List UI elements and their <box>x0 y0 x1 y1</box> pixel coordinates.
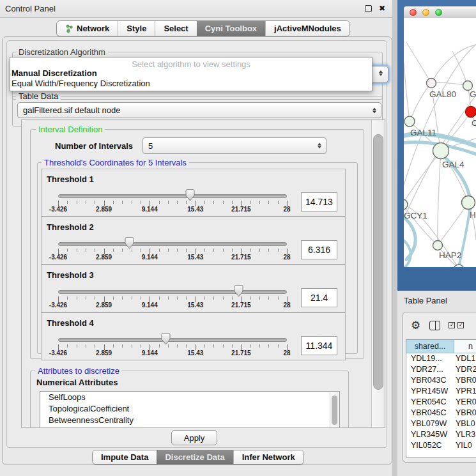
network-edge <box>452 51 468 86</box>
float-window-icon[interactable] <box>365 5 372 12</box>
network-node-c[interactable] <box>466 107 476 118</box>
attributes-list-scrollbar[interactable] <box>330 392 339 428</box>
cell-shared-name[interactable]: YDR27... <box>406 364 454 375</box>
cyni-toolbox-panel: Discretization Algorithm Select algorith… <box>2 36 392 465</box>
number-of-intervals-label: Number of Intervals <box>55 141 133 151</box>
tab-infer-network[interactable]: Infer Network <box>233 450 303 464</box>
table-row[interactable]: YIL052CYIL0 <box>406 440 476 451</box>
close-icon[interactable]: ✖ <box>379 3 385 13</box>
cell-name[interactable]: YIL0 <box>454 440 476 451</box>
cell-shared-name[interactable]: YPR145W <box>406 386 454 397</box>
algorithm-dropdown-popup: Select algorithm to view settings Manual… <box>10 57 372 91</box>
table-row[interactable]: YER054CYER0 <box>406 397 476 408</box>
table-row[interactable]: YLR345WYLR3 <box>406 429 476 440</box>
table-row[interactable]: YDL19...YDL1 <box>406 353 476 364</box>
attribute-list-item[interactable]: BetweennessCentrality <box>40 415 339 426</box>
network-node-h[interactable] <box>462 196 475 210</box>
cell-shared-name[interactable]: YBR043C <box>406 375 454 386</box>
minimize-traffic-light-icon[interactable] <box>422 9 429 16</box>
cell-shared-name[interactable]: YIL052C <box>406 440 454 451</box>
tab-impute-data[interactable]: Impute Data <box>93 450 157 464</box>
tick-label: 15.43 <box>178 349 213 357</box>
checkbox-icon[interactable]: ✓ <box>457 322 464 328</box>
apply-button[interactable]: Apply <box>171 430 217 445</box>
number-of-intervals-combo[interactable]: 5 <box>142 137 326 154</box>
column-layout-icon[interactable] <box>429 321 440 330</box>
threshold-slider-track[interactable] <box>58 338 287 342</box>
cell-name[interactable]: YDL1 <box>454 353 476 364</box>
network-node-gal11[interactable] <box>404 116 415 127</box>
threshold-slider-handle[interactable] <box>161 333 171 345</box>
cell-name[interactable]: YLR3 <box>454 429 476 440</box>
attribute-list-item[interactable]: SelfLoops <box>40 392 339 403</box>
algorithm-option-equal-width[interactable]: Equal Width/Frequency Discretization <box>12 79 150 88</box>
cell-shared-name[interactable]: YLR345W <box>406 429 454 440</box>
threshold-value-field[interactable]: 14.713 <box>301 192 337 211</box>
tick-label: 2.859 <box>86 302 122 309</box>
cell-shared-name[interactable]: YDL19... <box>406 353 454 364</box>
attribute-list-item[interactable]: TopologicalCoefficient <box>40 403 339 415</box>
table-row[interactable]: YBR043CYBR0 <box>406 375 476 386</box>
gear-icon[interactable]: ⚙ <box>411 319 420 332</box>
cell-shared-name[interactable]: YBR045C <box>406 408 454 418</box>
network-node-gcy1[interactable] <box>404 199 408 210</box>
tick-label: 15.43 <box>178 254 213 261</box>
tab-select[interactable]: Select <box>155 21 196 36</box>
settings-scrollbar-thumb[interactable] <box>373 134 383 390</box>
column-header-name[interactable]: n <box>454 340 476 353</box>
cell-name[interactable]: YDR2 <box>454 364 476 375</box>
table-row[interactable]: YBL079WYBL0 <box>406 418 476 429</box>
table-row[interactable]: YBR045CYBR0 <box>406 408 476 418</box>
control-panel-tabs: NetworkStyleSelectCyni ToolboxjActiveMNo… <box>56 20 350 36</box>
table-panel-box: ⚙ ✓ ✓ shared... n YDL19...YDL1YDR27...YD… <box>403 312 476 463</box>
tick-label: 2.859 <box>86 206 122 213</box>
attributes-scrollbar-thumb[interactable] <box>332 395 337 425</box>
threshold-label: Threshold 3 <box>47 270 94 280</box>
table-row[interactable]: YDR27...YDR2 <box>406 364 476 375</box>
control-panel-titlebar: Control Panel ✖ <box>0 0 392 18</box>
cell-name[interactable]: YER0 <box>454 397 476 408</box>
threshold-label: Threshold 4 <box>47 318 94 328</box>
threshold-panel-4: Threshold 4-3.4262.8599.14415.4321.71528… <box>41 312 346 360</box>
cell-name[interactable]: YBR0 <box>454 375 476 386</box>
tab-cyni-toolbox[interactable]: Cyni Toolbox <box>197 21 265 36</box>
numerical-attributes-list[interactable]: SelfLoopsTopologicalCoefficientBetweenne… <box>40 391 340 428</box>
threshold-slider-track[interactable] <box>58 242 287 246</box>
threshold-value-field[interactable]: 6.316 <box>301 240 337 259</box>
zoom-traffic-light-icon[interactable] <box>435 9 442 16</box>
cell-shared-name[interactable]: YBL079W <box>406 418 454 429</box>
table-data-combo[interactable]: galFiltered.sif default node <box>17 102 381 118</box>
tab-network[interactable]: Network <box>57 21 118 36</box>
threshold-slider-handle[interactable] <box>185 189 195 201</box>
threshold-value-field[interactable]: 11.344 <box>301 336 337 355</box>
network-node-hap2[interactable] <box>433 241 443 250</box>
network-canvas[interactable]: GAL80GACGAL11GAL4GCY1HHAP2 <box>404 18 476 267</box>
cell-name[interactable]: YPR1 <box>454 386 476 397</box>
settings-vertical-scrollbar[interactable] <box>371 120 385 427</box>
threshold-slider-handle[interactable] <box>234 285 243 297</box>
table-panel-toolbar: ⚙ ✓ ✓ <box>403 312 476 338</box>
tab-jactivemnodules[interactable]: jActiveMNodules <box>265 21 349 36</box>
cyni-bottom-tabs: Impute DataDiscretize DataInfer Network <box>92 450 304 464</box>
threshold-slider-track[interactable] <box>58 290 287 294</box>
checkbox-icon[interactable]: ✓ <box>449 322 455 328</box>
network-node-label: HAP2 <box>439 250 461 260</box>
table-row[interactable]: YPR145WYPR1 <box>406 386 476 397</box>
threshold-slider-track[interactable] <box>58 194 287 198</box>
network-edge <box>404 63 410 121</box>
tab-style[interactable]: Style <box>118 21 155 36</box>
node-table[interactable]: shared... n YDL19...YDL1YDR27...YDR2YBR0… <box>406 339 476 457</box>
cell-name[interactable]: YBL0 <box>454 418 476 429</box>
tab-label: Discretize Data <box>165 452 224 462</box>
network-node-gal4[interactable] <box>433 143 449 159</box>
close-traffic-light-icon[interactable] <box>410 9 417 16</box>
threshold-value-field[interactable]: 21.4 <box>301 288 337 307</box>
algorithm-option-manual[interactable]: Manual Discretization <box>12 68 97 78</box>
cell-name[interactable]: YBR0 <box>454 408 476 418</box>
network-node-gal80[interactable] <box>427 79 436 88</box>
tab-discretize-data[interactable]: Discretize Data <box>157 450 233 464</box>
threshold-slider-handle[interactable] <box>125 237 134 249</box>
network-window-titlebar[interactable] <box>404 6 476 19</box>
cell-shared-name[interactable]: YER054C <box>406 397 454 408</box>
column-header-shared-name[interactable]: shared... <box>406 340 454 353</box>
